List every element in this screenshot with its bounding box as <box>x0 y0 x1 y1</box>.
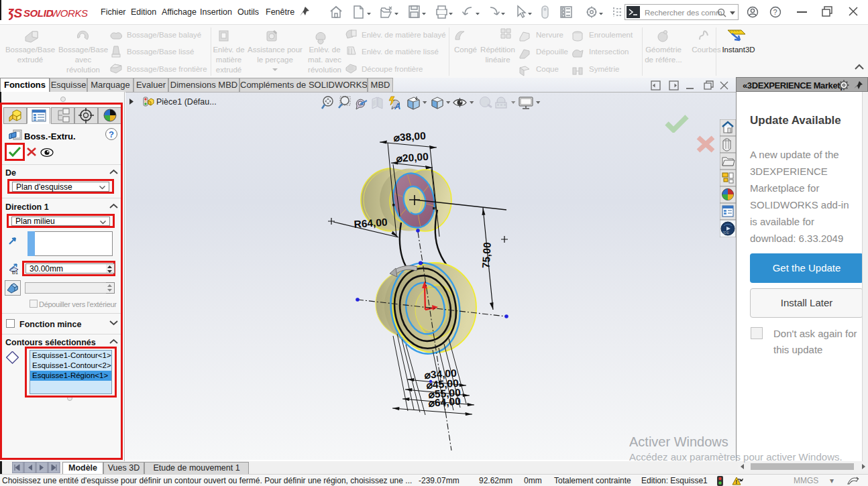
svg-text:R64,00: R64,00 <box>354 217 388 230</box>
svg-text:⌀20,00: ⌀20,00 <box>396 151 429 164</box>
svg-text:ƷS: ƷS <box>9 6 23 20</box>
svg-text:?: ? <box>773 8 777 16</box>
svg-text:⌀64,00: ⌀64,00 <box>428 396 461 409</box>
svg-text:75,00: 75,00 <box>480 242 492 269</box>
svg-text:!: ! <box>735 479 737 485</box>
svg-text:3DE: 3DE <box>722 231 729 235</box>
svg-text:WORKS: WORKS <box>51 7 88 19</box>
svg-text:⌀38,00: ⌀38,00 <box>393 130 426 143</box>
svg-text:SOLID: SOLID <box>23 7 53 19</box>
